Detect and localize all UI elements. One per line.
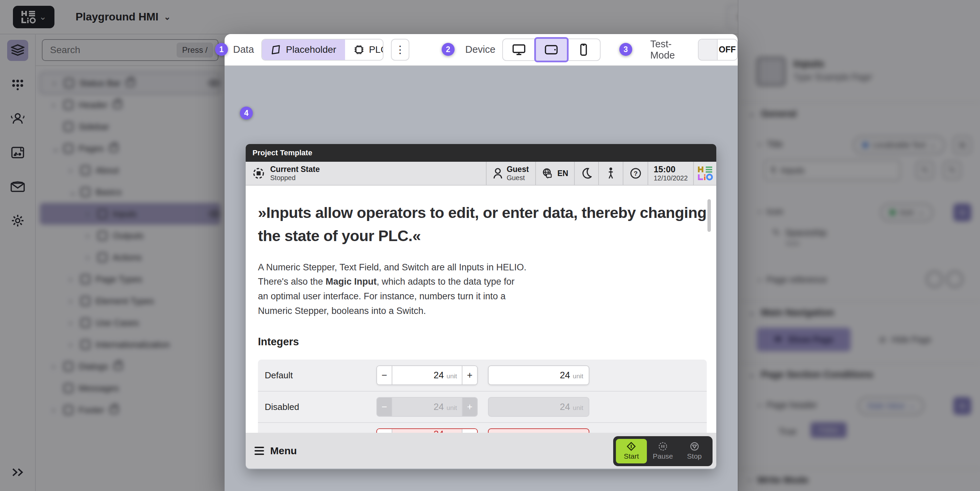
pause-icon [659, 442, 667, 451]
integers-panel: Default − 24unit + 24unit Disabled − 24u… [258, 360, 707, 433]
data-source-plc-option[interactable]: PLC [345, 40, 383, 60]
language-globe-icon [542, 168, 553, 179]
preview-toolbar: Data Placeholder PLC ⋮ Device Test-Mo [224, 34, 738, 66]
guide-step-1-badge: 1 [215, 43, 228, 56]
stepper-value-field[interactable]: 24unit [392, 370, 462, 381]
hamburger-icon [255, 447, 264, 455]
preview-stage: Project Template Current StateStopped Gu… [224, 66, 738, 491]
plc-chip-icon [354, 45, 364, 55]
page-intro: A Numeric Stepper, Text Field, and Switc… [258, 260, 527, 318]
device-preview-frame: Project Template Current StateStopped Gu… [246, 144, 716, 469]
numeric-stepper-disabled: − 24unit + [376, 397, 478, 417]
stepper-value-field[interactable]: 24unit [392, 429, 462, 433]
data-source-segmented: Placeholder PLC [261, 39, 383, 61]
preview-more-menu-button[interactable]: ⋮ [391, 39, 409, 61]
clock-cell: 15:0012/10/2022 [648, 162, 693, 185]
device-label: Device [465, 44, 495, 55]
numeric-field-disabled: 24unit [488, 397, 589, 417]
device-phone-option[interactable] [568, 39, 600, 60]
dark-mode-cell[interactable] [574, 162, 598, 185]
stop-button[interactable]: Stop [679, 439, 710, 464]
stepper-increment-button: + [462, 398, 477, 416]
language-cell[interactable]: EN [535, 162, 574, 185]
integer-row-default: Default − 24unit + 24unit [258, 360, 707, 391]
device-desktop-option[interactable] [503, 39, 535, 60]
hmi-footer-bar: Menu Start Pause Stop [246, 433, 716, 469]
numeric-field-invalid[interactable]: 24unit [488, 428, 589, 433]
moon-icon [582, 168, 592, 179]
state-stopped-icon [253, 167, 265, 179]
start-diamond-icon [627, 442, 636, 451]
device-segmented [502, 38, 601, 61]
stepper-value-field: 24unit [392, 402, 462, 412]
placeholder-prism-icon [271, 45, 281, 55]
desktop-icon [512, 44, 526, 56]
hmi-menu-button[interactable]: Menu [255, 445, 297, 457]
scrollbar-thumb[interactable] [708, 199, 711, 232]
helio-color-logo-icon [697, 166, 713, 181]
stepper-decrement-button[interactable]: − [377, 366, 392, 384]
guide-step-3-badge: 3 [619, 43, 632, 56]
guide-step-4-badge: 4 [240, 107, 253, 120]
preview-window-title: Project Template [253, 148, 312, 157]
hmi-status-bar: Current StateStopped GuestGuest EN ? [246, 162, 716, 186]
person-icon [608, 167, 614, 179]
user-icon [493, 167, 503, 179]
test-mode-toggle-track [698, 40, 718, 60]
device-tablet-option[interactable] [535, 38, 568, 61]
preview-window-titlebar: Project Template [246, 144, 716, 162]
page-quote: »Inputs allow operators to edit, or ente… [258, 201, 711, 248]
hmi-page-content: »Inputs allow operators to edit, or ente… [246, 186, 716, 433]
numeric-stepper-invalid: − 24unit + [376, 428, 478, 433]
accessibility-cell[interactable] [598, 162, 623, 185]
integer-row-invalid: Invalid − 24unit + 24unit [258, 422, 707, 433]
help-icon: ? [630, 167, 641, 179]
numeric-stepper: − 24unit + [376, 365, 478, 385]
stepper-increment-button[interactable]: + [462, 429, 477, 433]
test-mode-toggle[interactable]: OFF [698, 39, 738, 61]
integers-section-title: Integers [258, 336, 716, 348]
numeric-field[interactable]: 24unit [488, 365, 589, 385]
help-cell[interactable]: ? [623, 162, 648, 185]
preview-modal: Data Placeholder PLC ⋮ Device Test-Mo [224, 34, 738, 491]
stepper-decrement-button[interactable]: − [377, 429, 392, 433]
test-mode-label: Test-Mode [650, 38, 692, 61]
run-control-cluster: Start Pause Stop [613, 436, 713, 466]
start-button[interactable]: Start [616, 439, 647, 464]
stepper-decrement-button: − [377, 398, 392, 416]
stepper-increment-button[interactable]: + [462, 366, 477, 384]
data-source-placeholder-option[interactable]: Placeholder [262, 40, 345, 60]
tablet-icon [544, 45, 558, 55]
pause-button[interactable]: Pause [648, 439, 679, 464]
current-state-cell: Current StateStopped [246, 162, 486, 185]
phone-icon [580, 44, 587, 56]
user-cell[interactable]: GuestGuest [486, 162, 535, 185]
data-source-label: Data [233, 44, 254, 55]
svg-text:?: ? [633, 170, 638, 177]
hmi-logo-cell [693, 162, 716, 185]
stop-icon [690, 442, 699, 451]
guide-step-2-badge: 2 [442, 43, 455, 56]
integer-row-disabled: Disabled − 24unit + 24unit [258, 391, 707, 422]
test-mode-state: OFF [718, 40, 737, 60]
